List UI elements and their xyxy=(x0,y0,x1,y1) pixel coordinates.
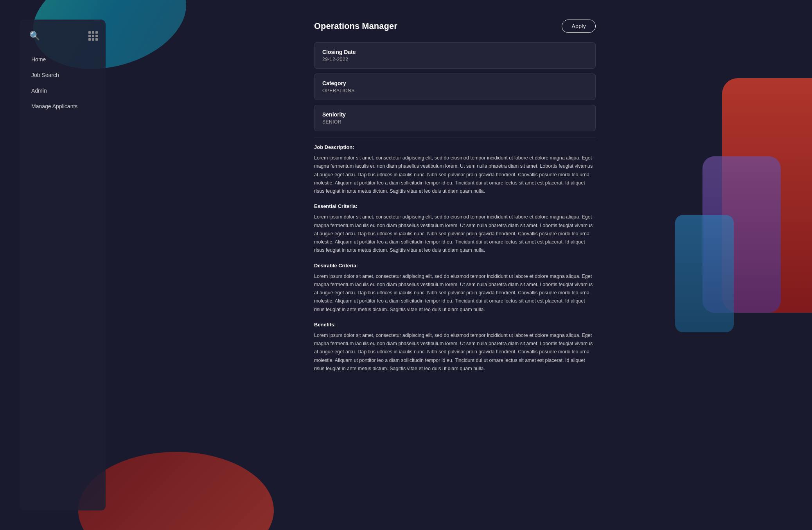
grid-icon[interactable] xyxy=(88,31,98,41)
main-content: Operations Manager Apply Closing Date 29… xyxy=(117,20,792,510)
logo-icon: 🔍 xyxy=(29,31,40,41)
benefits-body: Lorem ipsum dolor sit amet, consectetur … xyxy=(314,331,596,373)
apply-button[interactable]: Apply xyxy=(562,20,596,33)
sidebar-item-manage-applicants[interactable]: Manage Applicants xyxy=(26,99,99,113)
seniority-label: Seniority xyxy=(322,111,587,118)
sidebar-item-job-search[interactable]: Job Search xyxy=(26,68,99,82)
category-value: OPERATIONS xyxy=(322,88,587,93)
seniority-value: SENIOR xyxy=(322,119,587,125)
divider xyxy=(314,138,596,138)
closing-date-label: Closing Date xyxy=(322,49,587,55)
job-title: Operations Manager xyxy=(314,21,397,31)
sidebar-item-home[interactable]: Home xyxy=(26,52,99,66)
job-detail-panel: Operations Manager Apply Closing Date 29… xyxy=(314,20,596,510)
seniority-card: Seniority SENIOR xyxy=(314,105,596,131)
category-card: Category OPERATIONS xyxy=(314,73,596,100)
sidebar: 🔍 Home Job Search Admin Manage Applicant… xyxy=(20,20,106,510)
sidebar-nav: Home Job Search Admin Manage Applicants xyxy=(20,52,106,113)
closing-date-value: 29-12-2022 xyxy=(322,57,587,62)
desirable-title: Desirable Criteria: xyxy=(314,263,596,269)
description-title: Job Description: xyxy=(314,144,596,150)
description-body: Lorem ipsum dolor sit amet, consectetur … xyxy=(314,154,596,195)
desirable-body: Lorem ipsum dolor sit amet, consectetur … xyxy=(314,272,596,314)
sidebar-logo: 🔍 xyxy=(27,29,41,43)
essential-criteria-section: Essential Criteria: Lorem ipsum dolor si… xyxy=(314,203,596,254)
job-description-section: Job Description: Lorem ipsum dolor sit a… xyxy=(314,144,596,195)
job-header: Operations Manager Apply xyxy=(314,20,596,33)
benefits-section: Benefits: Lorem ipsum dolor sit amet, co… xyxy=(314,322,596,373)
sidebar-item-admin[interactable]: Admin xyxy=(26,84,99,98)
desirable-criteria-section: Desirable Criteria: Lorem ipsum dolor si… xyxy=(314,263,596,314)
benefits-title: Benefits: xyxy=(314,322,596,328)
essential-title: Essential Criteria: xyxy=(314,203,596,209)
app-container: 🔍 Home Job Search Admin Manage Applicant… xyxy=(0,0,812,530)
essential-body: Lorem ipsum dolor sit amet, consectetur … xyxy=(314,213,596,254)
category-label: Category xyxy=(322,80,587,86)
sidebar-header: 🔍 xyxy=(20,29,106,52)
closing-date-card: Closing Date 29-12-2022 xyxy=(314,42,596,69)
